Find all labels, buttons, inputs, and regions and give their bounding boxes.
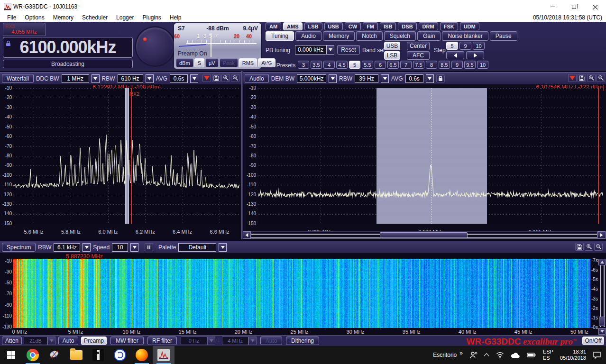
audio-rbw-dropdown[interactable] (381, 74, 389, 83)
ddc-spectrum-plot[interactable] (13, 88, 240, 224)
settings-tab[interactable]: Notch (356, 31, 382, 41)
speed-field[interactable]: 10 (112, 243, 128, 252)
mode-button[interactable]: AMS (283, 22, 302, 30)
waterfall-scroll-up-button[interactable] (598, 259, 606, 265)
mode-button[interactable]: USB (324, 22, 343, 30)
zoom-out-button[interactable] (231, 74, 239, 82)
atten-dropdown[interactable] (47, 337, 55, 345)
mode-button[interactable]: FSK (440, 22, 458, 30)
zoom-in-button[interactable] (221, 74, 230, 82)
menu-item[interactable]: Plugins (138, 14, 165, 21)
tuning-knob[interactable] (136, 27, 174, 65)
smeter-unit-button[interactable]: S (194, 58, 204, 67)
pb-tuning-field[interactable]: 0.000 kHz (295, 45, 326, 55)
audio-rbw-field[interactable]: 39 Hz (355, 74, 378, 83)
palette-field[interactable]: Default (178, 243, 216, 252)
band-lsb-button[interactable]: LSB (384, 51, 400, 60)
wifi-icon[interactable] (496, 352, 504, 358)
rf-filter-from-field[interactable]: 0 Hz (181, 337, 207, 345)
pb-reset-button[interactable]: Reset (337, 45, 360, 55)
audio-scrollbar-thumb[interactable] (380, 232, 468, 238)
atten-value-field[interactable]: 21dB (24, 337, 47, 345)
menu-item[interactable]: Scheduler (78, 14, 112, 21)
save-button[interactable] (212, 74, 220, 82)
mode-button[interactable]: UDM (460, 22, 479, 30)
mode-button[interactable]: DRM (419, 22, 438, 30)
step-down-button[interactable] (446, 51, 464, 59)
preamp-button[interactable]: Preamp (81, 337, 107, 345)
pause-waterfall-button[interactable] (145, 243, 153, 251)
taskbar-firefox[interactable] (131, 346, 153, 364)
wb-rbw-dropdown[interactable] (83, 243, 91, 252)
close-button[interactable] (585, 0, 606, 13)
mode-button[interactable]: ISB (380, 22, 396, 30)
mode-button[interactable]: LSB (304, 22, 322, 30)
afc-button[interactable]: AFC (407, 51, 430, 60)
settings-tab[interactable]: Noise blanker (442, 31, 488, 41)
step-button[interactable]: 10 (473, 42, 485, 50)
step-button[interactable]: 5 (446, 42, 458, 50)
settings-tab[interactable]: Pause (490, 31, 517, 41)
ddc-rbw-dropdown[interactable] (146, 74, 154, 83)
rf-filter-to-dropdown[interactable] (248, 337, 257, 345)
wb-rbw-field[interactable]: 6.1 kHz (54, 243, 80, 252)
smeter-unit-button[interactable]: dBm (176, 58, 193, 67)
taskbar-dark-app[interactable] (87, 346, 109, 364)
minimize-button[interactable] (542, 0, 563, 13)
show-hidden-icons-chevron[interactable] (485, 353, 489, 357)
band-usb-button[interactable]: USB (384, 42, 400, 50)
battery-icon[interactable] (527, 352, 536, 358)
menu-item[interactable]: Memory (49, 14, 78, 21)
pb-tuning-dropdown[interactable] (326, 45, 334, 55)
settings-tab[interactable]: Memory (323, 31, 355, 41)
bw-preset-button[interactable]: 8.5 (439, 61, 450, 69)
mw-filter-button[interactable]: MW filter (110, 337, 144, 345)
bw-preset-button[interactable]: 5 (349, 61, 360, 69)
smeter-unit-button[interactable]: RMS (239, 58, 257, 67)
toolbar-chevron[interactable]: » (459, 350, 463, 356)
dem-bw-dropdown[interactable] (329, 74, 337, 83)
speed-dropdown[interactable] (130, 243, 138, 252)
taskbar-file-explorer[interactable] (65, 346, 87, 364)
bw-preset-button[interactable]: 7.5 (413, 61, 424, 69)
start-button[interactable] (0, 346, 22, 364)
waterfall-view-button[interactable]: Waterfall (2, 74, 34, 83)
frequency-display[interactable]: 6100.000kHz (3, 37, 133, 58)
onoff-button[interactable]: On/Off (582, 337, 604, 345)
settings-tab[interactable]: Audio (295, 31, 321, 41)
desktop-toolbar-label[interactable]: Escritorio (433, 352, 457, 358)
waterfall-scrollbar-track[interactable] (598, 265, 606, 327)
taskbar-chrome[interactable] (22, 346, 44, 364)
action-center-icon[interactable] (593, 351, 601, 359)
settings-tab[interactable]: Gain (417, 31, 441, 41)
menu-item[interactable]: Options (20, 14, 48, 21)
onedrive-cloud-icon[interactable] (511, 352, 520, 358)
menu-item[interactable]: Logger (112, 14, 138, 21)
bw-preset-button[interactable]: 5.5 (362, 61, 373, 69)
restore-button[interactable] (563, 0, 585, 13)
wideband-waterfall[interactable] (13, 259, 590, 328)
audio-scroll-right-button[interactable] (597, 231, 606, 239)
atten-button[interactable]: Atten (2, 337, 22, 345)
menu-item[interactable]: Help (165, 14, 186, 21)
ddc-avg-dropdown[interactable] (190, 74, 198, 83)
smeter-unit-button[interactable]: µV (205, 58, 219, 67)
mode-button[interactable]: CW (345, 22, 361, 30)
taskbar-wr-g33ddc[interactable] (153, 346, 174, 364)
zoom-in-button[interactable] (585, 243, 593, 251)
zoom-out-button[interactable] (597, 74, 605, 82)
ddc-rbw-field[interactable]: 610 Hz (118, 74, 143, 83)
bw-preset-button[interactable]: 10 (477, 61, 488, 69)
zoom-in-button[interactable] (587, 74, 596, 82)
bw-preset-button[interactable]: 4.5 (336, 61, 348, 69)
ddc-bw-field[interactable]: 1 MHz (62, 74, 89, 83)
bw-preset-button[interactable]: 9 (451, 61, 463, 69)
bw-preset-button[interactable]: 7 (400, 61, 412, 69)
audio-avg-dropdown[interactable] (426, 74, 434, 83)
palette-dropdown[interactable] (219, 243, 227, 252)
audio-avg-field[interactable]: 0.6s (405, 74, 423, 83)
bw-preset-button[interactable]: 8 (426, 61, 437, 69)
center-button[interactable]: Center (407, 42, 430, 50)
waterfall-scrollbar-thumb[interactable] (599, 317, 605, 326)
rf-filter-auto-button[interactable]: Auto (260, 337, 282, 345)
